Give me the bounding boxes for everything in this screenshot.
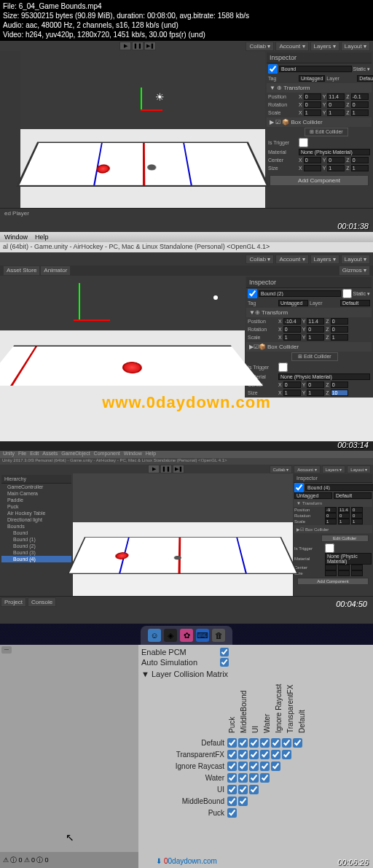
layout-dropdown[interactable]: Layout ▾ xyxy=(347,465,371,473)
center-x[interactable] xyxy=(325,565,337,570)
menu-window[interactable]: Window xyxy=(4,233,28,241)
center-z[interactable] xyxy=(331,381,348,388)
matrix-checkbox[interactable] xyxy=(227,797,237,806)
size-y[interactable] xyxy=(307,390,324,396)
box-collider-header[interactable]: ▶ ☑ 📦 Box Collider xyxy=(267,117,372,127)
hierarchy-subitem[interactable]: Bound (2) xyxy=(1,543,71,549)
transform-header[interactable]: ▼⊕ Transform xyxy=(246,308,372,317)
orientation-gizmo[interactable] xyxy=(208,290,223,305)
object-active-checkbox[interactable] xyxy=(248,289,257,298)
finder-icon[interactable]: ☺ xyxy=(148,629,161,642)
layer-dropdown[interactable]: Default xyxy=(334,492,372,499)
center-x[interactable] xyxy=(304,157,321,163)
rot-z[interactable] xyxy=(351,513,363,519)
matrix-checkbox[interactable] xyxy=(238,738,248,748)
matrix-checkbox[interactable] xyxy=(238,785,248,794)
layout-dropdown[interactable]: Layout ▾ xyxy=(341,255,370,264)
size-x[interactable] xyxy=(283,390,301,396)
scene-view[interactable]: ☀ xyxy=(20,51,265,208)
is-trigger-checkbox[interactable] xyxy=(325,543,334,553)
menu-file[interactable]: File xyxy=(18,451,26,458)
tag-dropdown[interactable]: Untagged xyxy=(299,75,325,82)
rot-x[interactable] xyxy=(283,326,301,333)
pos-x[interactable] xyxy=(325,507,337,513)
auto-simulation-checkbox[interactable] xyxy=(220,658,229,667)
size-z[interactable] xyxy=(351,570,363,576)
matrix-checkbox[interactable] xyxy=(271,738,280,748)
scale-y[interactable] xyxy=(338,519,350,524)
hierarchy-item[interactable]: Main Camera xyxy=(1,490,71,497)
matrix-checkbox[interactable] xyxy=(238,750,248,759)
gizmo-x-axis[interactable] xyxy=(141,109,162,111)
collab-dropdown[interactable]: Collab ▾ xyxy=(246,255,274,264)
collab-dropdown[interactable]: Collab ▾ xyxy=(246,42,274,51)
static-checkbox[interactable] xyxy=(342,289,352,298)
scale-x[interactable] xyxy=(304,109,321,116)
center-y[interactable] xyxy=(327,157,345,163)
menu-help[interactable]: Help xyxy=(35,233,49,241)
gizmo-y-axis[interactable] xyxy=(79,283,80,319)
menu-help[interactable]: Help xyxy=(146,451,156,458)
static-dropdown[interactable]: Static ▾ xyxy=(353,66,370,72)
size-z[interactable] xyxy=(331,390,348,396)
tag-dropdown[interactable]: Untagged xyxy=(278,300,308,306)
matrix-checkbox[interactable] xyxy=(260,762,270,771)
app-icon[interactable]: ✿ xyxy=(180,629,193,642)
scale-x[interactable] xyxy=(283,334,301,341)
animator-tab[interactable]: Animator xyxy=(40,266,71,276)
matrix-checkbox[interactable] xyxy=(249,750,259,759)
pos-x[interactable] xyxy=(304,93,321,100)
play-button[interactable]: ▶ xyxy=(148,465,160,473)
step-button[interactable]: ▶❚ xyxy=(173,465,184,473)
hierarchy-item[interactable]: Directional light xyxy=(1,516,71,523)
hierarchy-tab[interactable]: Hierarchy xyxy=(1,475,71,484)
scene-view[interactable] xyxy=(73,473,293,596)
size-y[interactable] xyxy=(327,165,345,171)
is-trigger-checkbox[interactable] xyxy=(278,363,288,372)
size-x[interactable] xyxy=(325,570,337,576)
center-y[interactable] xyxy=(307,381,324,388)
hierarchy-item[interactable]: Air Hockey Table xyxy=(1,510,71,516)
scale-x[interactable] xyxy=(325,519,337,524)
layers-dropdown[interactable]: Layers ▾ xyxy=(310,255,339,264)
collab-dropdown[interactable]: Collab ▾ xyxy=(270,465,293,473)
object-name-field[interactable] xyxy=(279,66,352,72)
add-component-button[interactable]: Add Component xyxy=(270,175,369,186)
matrix-checkbox[interactable] xyxy=(227,808,237,818)
menu-assets[interactable]: Assets xyxy=(42,451,58,458)
menu-edit[interactable]: Edit xyxy=(30,451,39,458)
matrix-checkbox[interactable] xyxy=(227,762,237,771)
matrix-checkbox[interactable] xyxy=(249,762,259,771)
matrix-checkbox[interactable] xyxy=(260,750,270,759)
layer-dropdown[interactable]: Default xyxy=(357,75,373,82)
hierarchy-item[interactable]: Bounds xyxy=(1,523,71,530)
menu-component[interactable]: Component xyxy=(94,451,120,458)
scale-y[interactable] xyxy=(307,334,324,341)
trash-icon[interactable]: 🗑 xyxy=(212,629,225,642)
gizmos-dropdown[interactable]: Gizmos ▾ xyxy=(339,266,370,276)
layers-dropdown[interactable]: Layers ▾ xyxy=(310,42,339,51)
scale-z[interactable] xyxy=(331,334,348,341)
matrix-checkbox[interactable] xyxy=(271,750,280,759)
matrix-checkbox[interactable] xyxy=(227,785,237,794)
object-active-checkbox[interactable] xyxy=(294,483,304,492)
pos-z[interactable] xyxy=(351,93,369,100)
vscode-icon[interactable]: ⌨ xyxy=(196,629,209,642)
hierarchy-subitem-selected[interactable]: Bound (4) xyxy=(1,556,71,562)
transform-header[interactable]: ▼ ⊕ Transform xyxy=(267,83,372,93)
play-button[interactable]: ▶ xyxy=(119,42,131,50)
matrix-checkbox[interactable] xyxy=(227,738,237,748)
material-field[interactable]: None (Physic Material) xyxy=(278,373,370,380)
matrix-checkbox[interactable] xyxy=(249,773,259,783)
hierarchy-subitem[interactable]: Bound xyxy=(1,530,71,536)
matrix-checkbox[interactable] xyxy=(282,750,291,759)
scale-z[interactable] xyxy=(351,519,363,524)
scene-view[interactable] xyxy=(0,276,245,398)
tag-dropdown[interactable]: Untagged xyxy=(294,492,332,499)
hierarchy-item[interactable]: GameController xyxy=(1,484,71,490)
pos-y[interactable] xyxy=(307,318,324,325)
pos-x[interactable] xyxy=(283,318,301,325)
layers-dropdown[interactable]: Layers ▾ xyxy=(322,465,346,473)
hierarchy-subitem[interactable]: Bound (3) xyxy=(1,549,71,556)
static-label[interactable]: Static ▾ xyxy=(353,291,370,297)
